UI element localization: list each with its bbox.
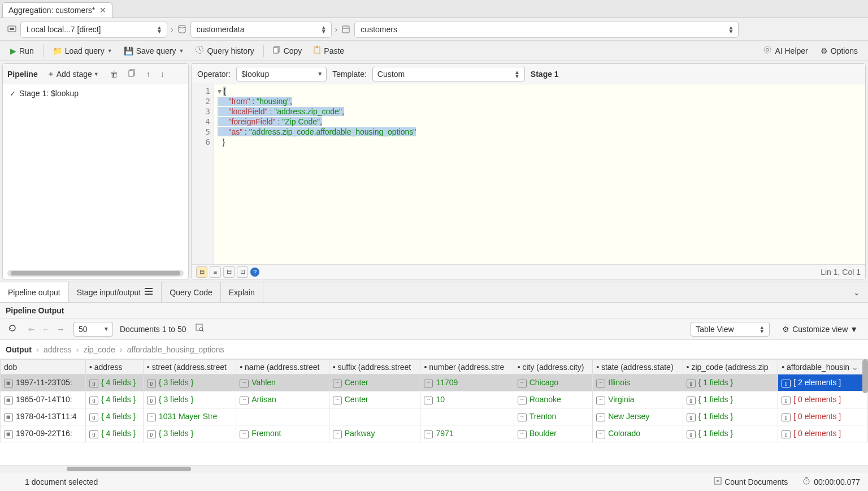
tab-query-code[interactable]: Query Code bbox=[162, 282, 220, 302]
view-mode-select[interactable]: Table View ▲▼ bbox=[691, 322, 770, 337]
column-header[interactable]: dob bbox=[1, 360, 86, 374]
database-dropdown[interactable]: customerdata ▲▼ bbox=[190, 21, 332, 38]
close-tab-icon[interactable]: ✕ bbox=[99, 6, 106, 15]
ai-helper-button[interactable]: AI Helper bbox=[758, 43, 812, 58]
str-type-icon: "" bbox=[424, 380, 433, 387]
column-header[interactable]: • city (address.city) bbox=[514, 360, 592, 374]
str-type-icon: "" bbox=[333, 430, 342, 438]
breadcrumb-segment[interactable]: zip_code bbox=[84, 345, 115, 354]
query-history-label: Query history bbox=[207, 46, 254, 55]
database-label: customerdata bbox=[197, 25, 245, 34]
refresh-button[interactable] bbox=[6, 322, 19, 335]
duplicate-stage-button[interactable] bbox=[126, 68, 138, 80]
options-label: Options bbox=[831, 46, 858, 55]
breadcrumb-root[interactable]: Output bbox=[6, 345, 32, 354]
options-button[interactable]: ⚙ Options bbox=[816, 43, 862, 58]
tab-stage-io[interactable]: Stage input/output bbox=[69, 282, 162, 302]
view-mode-3-button[interactable]: ⊟ bbox=[223, 266, 235, 278]
prev-page-button[interactable]: ← bbox=[40, 324, 52, 335]
collapse-icon[interactable]: ⌄ bbox=[845, 288, 868, 297]
column-header[interactable]: • address bbox=[85, 360, 143, 374]
first-page-button[interactable]: ⇤ bbox=[26, 324, 37, 335]
add-stage-label: Add stage bbox=[57, 70, 92, 79]
table-row[interactable]: ▦1965-07-14T10:{}{ 4 fields }{}{ 3 field… bbox=[1, 391, 868, 408]
delete-stage-button[interactable]: 🗑 bbox=[108, 68, 120, 80]
run-button[interactable]: ▶ Run bbox=[6, 44, 38, 58]
table-row[interactable]: ▦1970-09-22T16:{}{ 4 fields }{}{ 3 field… bbox=[1, 425, 868, 442]
column-header[interactable]: • zip_code (address.zip bbox=[683, 360, 778, 374]
str-type-icon: "" bbox=[424, 430, 433, 438]
line-gutter: 123456 bbox=[192, 84, 214, 264]
svg-point-10 bbox=[764, 46, 771, 53]
code-editor[interactable]: 123456 ▾{ "from" : "housing", "localFiel… bbox=[192, 84, 865, 264]
column-header[interactable]: • suffix (address.street bbox=[329, 360, 420, 374]
move-stage-down-button[interactable]: ↓ bbox=[158, 68, 167, 80]
str-type-icon: "" bbox=[518, 380, 527, 387]
svg-text:#: # bbox=[717, 479, 719, 484]
svg-rect-7 bbox=[274, 48, 278, 53]
collection-dropdown[interactable]: customers ▲▼ bbox=[354, 21, 739, 38]
obj-type-icon: {} bbox=[89, 430, 98, 438]
table-row[interactable]: ▦1997-11-23T05:{}{ 4 fields }{}{ 3 field… bbox=[1, 374, 868, 391]
view-mode-4-button[interactable]: ⊡ bbox=[237, 266, 248, 278]
column-header[interactable]: • number (address.stre bbox=[420, 360, 514, 374]
column-header[interactable]: • state (address.state) bbox=[593, 360, 683, 374]
find-in-results-button[interactable] bbox=[193, 322, 207, 335]
column-header[interactable]: • affordable_housin ⌄ bbox=[778, 360, 868, 374]
move-stage-up-button[interactable]: ↑ bbox=[144, 68, 153, 80]
count-icon: # bbox=[714, 477, 722, 486]
date-type-icon: ▦ bbox=[4, 397, 13, 404]
ai-helper-label: AI Helper bbox=[775, 46, 808, 55]
save-icon: 💾 bbox=[124, 46, 133, 55]
save-query-button[interactable]: 💾 Save query ▼ bbox=[119, 44, 189, 58]
table-row[interactable]: ▦1978-04-13T11:4{}{ 4 fields }""1031 May… bbox=[1, 408, 868, 425]
view-mode-value: Table View bbox=[696, 325, 734, 334]
query-history-button[interactable]: Query history bbox=[190, 43, 258, 58]
load-query-button[interactable]: 📁 Load query ▼ bbox=[48, 44, 117, 58]
customize-view-button[interactable]: ⚙ Customize view ▼ bbox=[778, 322, 862, 336]
tab-pipeline-output[interactable]: Pipeline output bbox=[0, 282, 69, 302]
run-icon: ▶ bbox=[10, 46, 16, 55]
gear-icon: ⚙ bbox=[782, 325, 789, 334]
column-header[interactable]: • street (address.street bbox=[143, 360, 236, 374]
code-content[interactable]: ▾{ "from" : "housing", "localField" : "a… bbox=[214, 84, 865, 264]
str-type-icon: "" bbox=[240, 430, 249, 438]
tab-explain[interactable]: Explain bbox=[221, 282, 263, 302]
count-documents-button[interactable]: # Count Documents bbox=[709, 475, 792, 489]
help-icon[interactable]: ? bbox=[250, 268, 259, 277]
connection-label: Local local...7 [direct] bbox=[27, 25, 101, 34]
window-tab[interactable]: Aggregation: customers* ✕ bbox=[2, 2, 112, 18]
scrollbar-vertical[interactable] bbox=[862, 359, 868, 393]
template-label: Template: bbox=[332, 70, 367, 79]
breadcrumb-segment[interactable]: address bbox=[44, 345, 72, 354]
scrollbar-horizontal[interactable] bbox=[0, 465, 868, 472]
pipeline-panel: Pipeline ＋ Add stage ▼ 🗑 ↑ ↓ Stage 1: $l… bbox=[2, 63, 189, 279]
pipeline-stage-item[interactable]: Stage 1: $lookup bbox=[7, 87, 184, 100]
svg-point-2 bbox=[179, 25, 185, 27]
operator-select[interactable]: $lookup ▼ bbox=[236, 67, 327, 81]
template-select[interactable]: Custom ▲▼ bbox=[372, 67, 525, 81]
paste-icon bbox=[313, 46, 321, 55]
scrollbar-horizontal[interactable] bbox=[7, 270, 184, 277]
count-label: Count Documents bbox=[724, 477, 788, 486]
copy-icon bbox=[273, 46, 281, 55]
date-type-icon: ▦ bbox=[4, 380, 13, 387]
add-stage-button[interactable]: ＋ Add stage ▼ bbox=[44, 68, 102, 80]
obj-type-icon: {} bbox=[687, 397, 696, 404]
connection-dropdown[interactable]: Local local...7 [direct] ▲▼ bbox=[20, 21, 167, 38]
select-updown-icon: ▲▼ bbox=[514, 70, 520, 78]
breadcrumb-segment[interactable]: affordable_housing_options bbox=[127, 345, 224, 354]
obj-type-icon: {} bbox=[687, 430, 696, 438]
column-header[interactable]: • name (address.street bbox=[236, 360, 329, 374]
gear-icon: ⚙ bbox=[821, 46, 828, 55]
paste-button[interactable]: Paste bbox=[309, 44, 349, 58]
page-size-select[interactable]: 50 ▼ bbox=[73, 322, 113, 337]
view-mode-2-button[interactable]: ≡ bbox=[210, 266, 221, 278]
svg-rect-8 bbox=[314, 47, 320, 53]
customize-label: Customize view ▼ bbox=[792, 325, 858, 334]
view-mode-1-button[interactable]: ⊞ bbox=[196, 266, 207, 278]
copy-button[interactable]: Copy bbox=[268, 44, 307, 58]
next-page-button[interactable]: → bbox=[54, 324, 67, 335]
svg-rect-13 bbox=[129, 71, 133, 76]
obj-type-icon: {} bbox=[147, 397, 156, 404]
